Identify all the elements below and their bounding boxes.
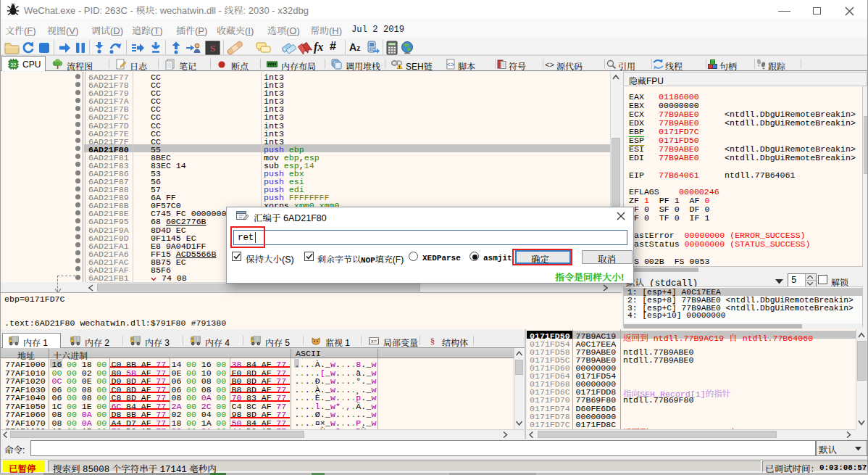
svg-text:§: §: [430, 336, 435, 346]
svg-text:S: S: [210, 43, 215, 54]
svg-text:<>: <>: [447, 62, 455, 69]
svg-text:[x=]: [x=]: [369, 338, 379, 344]
svg-text:32: 32: [11, 62, 17, 67]
svg-text:<>: <>: [545, 61, 554, 70]
